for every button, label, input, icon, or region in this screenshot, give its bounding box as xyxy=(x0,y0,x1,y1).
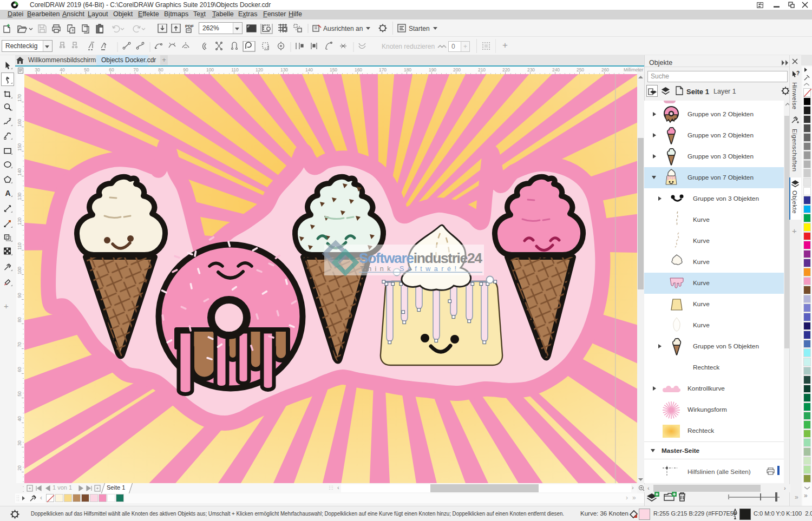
svg-text:PDF: PDF xyxy=(185,24,194,29)
svg-text:Softwareindustrie24: Softwareindustrie24 xyxy=(359,250,482,266)
svg-text:?: ? xyxy=(796,70,800,76)
svg-text:Think Software!: Think Software! xyxy=(360,265,460,273)
svg-text:A: A xyxy=(5,189,11,197)
